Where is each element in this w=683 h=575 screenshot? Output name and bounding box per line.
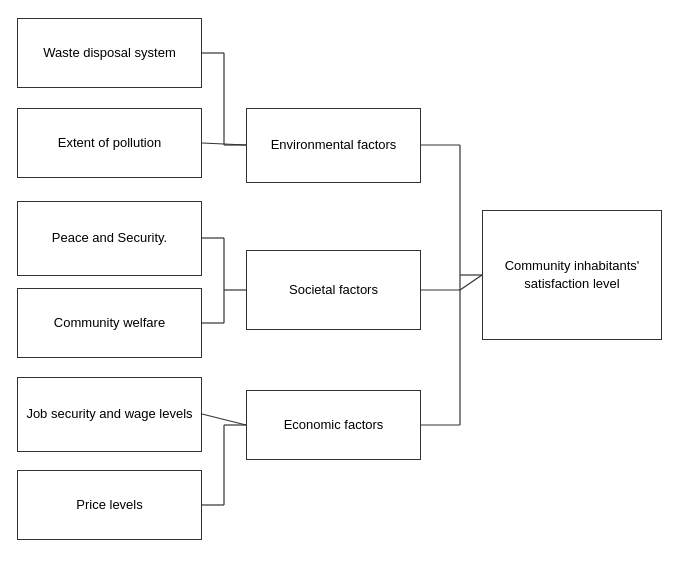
svg-line-9: [202, 414, 246, 425]
community-welfare-box: Community welfare: [17, 288, 202, 358]
environmental-factors-box: Environmental factors: [246, 108, 421, 183]
economic-factors-box: Economic factors: [246, 390, 421, 460]
diagram: Waste disposal system Extent of pollutio…: [0, 0, 683, 575]
svg-line-17: [460, 275, 482, 290]
peace-security-box: Peace and Security.: [17, 201, 202, 276]
waste-disposal-box: Waste disposal system: [17, 18, 202, 88]
svg-line-3: [202, 143, 246, 145]
job-security-box: Job security and wage levels: [17, 377, 202, 452]
societal-factors-box: Societal factors: [246, 250, 421, 330]
price-levels-box: Price levels: [17, 470, 202, 540]
satisfaction-box: Community inhabitants' satisfaction leve…: [482, 210, 662, 340]
extent-pollution-box: Extent of pollution: [17, 108, 202, 178]
